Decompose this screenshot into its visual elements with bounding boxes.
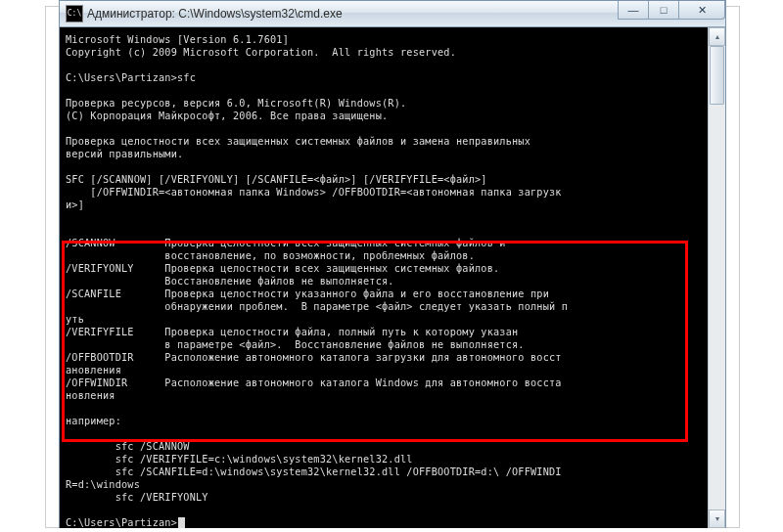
scroll-down-button[interactable]: ▾ (709, 510, 725, 528)
term-line: и>] (66, 200, 84, 210)
term-line: /SCANNOW Проверка целостности всех защищ… (66, 238, 506, 248)
term-prompt: C:\Users\Partizan> (66, 517, 177, 528)
term-line: /SCANFILE Проверка целостности указанног… (66, 288, 549, 299)
term-line: R=d:\windows (66, 479, 140, 490)
cmd-icon: C:\ (66, 5, 83, 22)
vertical-scrollbar[interactable]: ▴ ▾ (708, 27, 725, 528)
close-button[interactable]: ✕ (679, 1, 725, 20)
cmd-window: C:\ Администратор: C:\Windows\system32\c… (59, 0, 726, 528)
term-line: обнаружении проблем. В параметре <файл> … (66, 301, 568, 312)
window-controls: — □ ✕ (618, 1, 725, 26)
term-line: /OFFWINDIR Расположение автономного ката… (66, 377, 562, 388)
minimize-icon: — (628, 4, 639, 16)
window-title: Администратор: C:\Windows\system32\cmd.e… (87, 7, 618, 21)
term-line: восстановление, по возможности, проблемн… (66, 250, 475, 261)
term-line: /VERIFYFILE Проверка целостности файла, … (66, 327, 518, 337)
term-line: /VERIFYONLY Проверка целостности всех за… (66, 263, 499, 274)
cursor (178, 517, 185, 528)
term-line: (C) Корпорация Майкрософт, 2006. Все пра… (66, 111, 388, 121)
term-line: sfc /SCANFILE=d:\windows\system32\kernel… (66, 466, 562, 477)
term-line: /OFFBOOTDIR Расположение автономного кат… (66, 352, 562, 363)
cmd-icon-text: C:\ (68, 10, 81, 18)
terminal-area: Microsoft Windows [Version 6.1.7601] Cop… (60, 27, 725, 528)
term-line: например: (66, 416, 121, 426)
scroll-track[interactable] (709, 46, 725, 510)
term-line: C:\Users\Partizan>sfc (66, 72, 196, 83)
term-line: [/OFFWINDIR=<автономная папка Windows> /… (66, 187, 562, 198)
scroll-thumb[interactable] (710, 46, 724, 105)
term-line: SFC [/SCANNOW] [/VERIFYONLY] [/SCANFILE=… (66, 174, 487, 185)
chevron-down-icon: ▾ (715, 514, 719, 523)
minimize-button[interactable]: — (618, 1, 649, 20)
term-line: в параметре <файл>. Восстановление файло… (66, 339, 525, 350)
terminal-output[interactable]: Microsoft Windows [Version 6.1.7601] Cop… (60, 27, 708, 528)
term-line: Microsoft Windows [Version 6.1.7601] (66, 34, 289, 45)
term-line: sfc /VERIFYONLY (66, 492, 208, 503)
term-line: уть (66, 314, 84, 325)
term-line: sfc /SCANNOW (66, 441, 190, 452)
maximize-button[interactable]: □ (649, 1, 679, 20)
chevron-up-icon: ▴ (715, 32, 719, 41)
close-icon: ✕ (698, 4, 707, 17)
term-line: новления (66, 390, 115, 401)
term-line: Проверка целостности всех защищенных сис… (66, 136, 530, 147)
term-line: sfc /VERIFYFILE=c:\windows\system32\kern… (66, 454, 413, 465)
term-line: ановления (66, 365, 121, 376)
term-line: версий правильными. (66, 149, 183, 159)
term-line: Проверка ресурсов, версия 6.0, Microsoft… (66, 98, 406, 109)
maximize-icon: □ (661, 4, 668, 16)
titlebar[interactable]: C:\ Администратор: C:\Windows\system32\c… (60, 1, 725, 27)
scroll-up-button[interactable]: ▴ (709, 27, 725, 46)
term-line: Copyright (c) 2009 Microsoft Corporation… (66, 47, 456, 58)
term-line: Восстановление файлов не выполняется. (66, 276, 394, 287)
